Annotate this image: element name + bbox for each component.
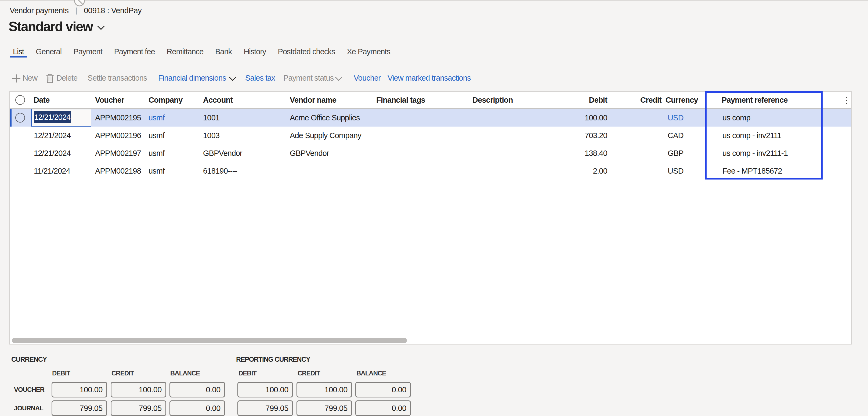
- totals-field-voucher-debit: 100.00: [52, 382, 107, 397]
- cell-voucher: APPM002195: [95, 113, 141, 123]
- tab-remittance[interactable]: Remittance: [163, 46, 207, 58]
- totals-value: 0.00: [170, 401, 224, 415]
- column-header-vendor[interactable]: Vendor name: [290, 95, 336, 105]
- column-header-date[interactable]: Date: [34, 95, 50, 105]
- totals-value: 0.00: [170, 383, 224, 397]
- cell-currency: USD: [668, 166, 683, 176]
- cell-company: usmf: [149, 166, 165, 176]
- totals-column-label-credit: CREDIT: [112, 369, 134, 377]
- top-border-line: [0, 0, 868, 1]
- cell-account: GBPVendor: [203, 148, 242, 158]
- cell-company: usmf: [149, 148, 165, 158]
- tab-list[interactable]: List: [10, 46, 27, 58]
- cell-date: 11/21/2024: [34, 166, 70, 176]
- page-title: Standard view: [9, 18, 93, 35]
- cell-currency[interactable]: USD: [668, 113, 683, 123]
- tab-xe-payments[interactable]: Xe Payments: [344, 46, 394, 58]
- totals-field-journal-balance: 0.00: [169, 400, 225, 416]
- totals-value: 100.00: [52, 383, 106, 397]
- totals-value: 0.00: [356, 401, 410, 415]
- totals-column-label-credit: CREDIT: [298, 369, 320, 377]
- cell-account: 1003: [203, 130, 219, 140]
- totals-value: 100.00: [297, 383, 351, 397]
- totals-field-journal-debit: 799.05: [238, 400, 293, 416]
- cell-date: 12/21/2024: [34, 130, 71, 140]
- cell-vendor: GBPVendor: [290, 148, 329, 158]
- breadcrumb-page-name[interactable]: Vendor payments: [10, 6, 69, 15]
- totals-field-voucher-credit: 100.00: [297, 382, 352, 397]
- row-select-radio[interactable]: [15, 113, 25, 123]
- cell-vendor: Acme Office Supplies: [290, 113, 360, 123]
- annotation-highlight-box: [705, 91, 823, 180]
- totals-value: 799.05: [238, 401, 292, 415]
- cell-account: 618190----: [203, 166, 237, 176]
- action-view-marked-transactions[interactable]: View marked transactions: [388, 72, 471, 84]
- column-header-currency[interactable]: Currency: [665, 95, 698, 105]
- totals-column-label-debit: DEBIT: [239, 369, 256, 377]
- totals-column-label-balance: BALANCE: [170, 369, 200, 377]
- action-voucher[interactable]: Voucher: [354, 72, 380, 84]
- horizontal-scrollbar-thumb[interactable]: [12, 338, 407, 343]
- totals-field-voucher-balance: 0.00: [169, 382, 225, 397]
- column-header-desc[interactable]: Description: [472, 95, 513, 105]
- cell-voucher: APPM002196: [95, 130, 141, 140]
- totals-field-journal-credit: 799.05: [297, 400, 352, 416]
- column-header-fintags[interactable]: Financial tags: [376, 95, 425, 105]
- cell-company[interactable]: usmf: [149, 113, 165, 123]
- chevron-down-icon: [228, 76, 237, 81]
- column-header-voucher[interactable]: Voucher: [95, 95, 124, 105]
- tab-bank[interactable]: Bank: [212, 46, 235, 58]
- totals-group-title: REPORTING CURRENCY: [236, 355, 310, 363]
- totals-group-title: CURRENCY: [11, 355, 47, 363]
- view-chevron-down-icon[interactable]: [96, 25, 105, 31]
- cell-voucher: APPM002198: [95, 166, 141, 176]
- totals-field-journal-debit: 799.05: [52, 400, 107, 416]
- tab-postdated-checks[interactable]: Postdated checks: [275, 46, 338, 58]
- totals-value: 799.05: [112, 401, 165, 415]
- totals-value: 799.05: [52, 401, 106, 415]
- select-all-radio[interactable]: [15, 95, 25, 105]
- breadcrumb-separator: |: [75, 6, 78, 15]
- cell-debit: 2.00: [554, 166, 607, 176]
- cell-date: 12/21/2024: [34, 148, 71, 158]
- totals-value: 100.00: [238, 383, 292, 397]
- totals-value: 0.00: [356, 383, 410, 397]
- totals-field-voucher-credit: 100.00: [111, 382, 166, 397]
- trash-icon: [46, 74, 54, 83]
- title-row: Standard view: [9, 18, 105, 35]
- totals-field-voucher-debit: 100.00: [238, 382, 293, 397]
- tab-payment-fee[interactable]: Payment fee: [111, 46, 158, 58]
- plus-icon: [12, 74, 21, 83]
- cell-debit: 100.00: [554, 113, 607, 123]
- cell-vendor: Ade Supply Company: [290, 130, 361, 140]
- column-header-credit[interactable]: Credit: [608, 95, 661, 105]
- cell-debit: 138.40: [554, 148, 607, 158]
- breadcrumb-record-id: 00918 : VendPay: [84, 6, 142, 15]
- totals-column-label-balance: BALANCE: [356, 369, 386, 377]
- column-header-debit[interactable]: Debit: [554, 95, 607, 105]
- totals-value: 100.00: [112, 383, 165, 397]
- cell-voucher: APPM002197: [95, 148, 141, 158]
- totals-row-label-journal: JOURNAL: [14, 404, 43, 412]
- breadcrumb: Vendor payments | 00918 : VendPay: [10, 5, 142, 16]
- action-financial-dimensions[interactable]: Financial dimensions: [158, 72, 226, 84]
- totals-column-label-debit: DEBIT: [52, 369, 70, 377]
- cell-account: 1001: [203, 113, 219, 123]
- tab-history[interactable]: History: [240, 46, 269, 58]
- totals-field-journal-credit: 799.05: [111, 400, 166, 416]
- date-selected-text: 12/21/2024: [34, 111, 71, 123]
- totals-field-journal-balance: 0.00: [355, 400, 411, 416]
- cell-company: usmf: [149, 130, 165, 140]
- totals-value: 799.05: [297, 401, 351, 415]
- totals-row-label-voucher: VOUCHER: [14, 386, 44, 394]
- selected-row-accent-bar: [10, 109, 11, 126]
- action-sales-tax[interactable]: Sales tax: [245, 72, 275, 84]
- column-header-company[interactable]: Company: [149, 95, 183, 105]
- tab-strip: ListGeneralPaymentPayment feeRemittanceB…: [10, 46, 399, 59]
- action-settle-transactions: Settle transactions: [88, 72, 147, 84]
- date-cell-editor[interactable]: 12/21/2024: [31, 109, 91, 126]
- grid-more-options-icon[interactable]: [842, 92, 851, 109]
- tab-payment[interactable]: Payment: [70, 46, 105, 58]
- tab-general[interactable]: General: [32, 46, 65, 58]
- column-header-account[interactable]: Account: [203, 95, 232, 105]
